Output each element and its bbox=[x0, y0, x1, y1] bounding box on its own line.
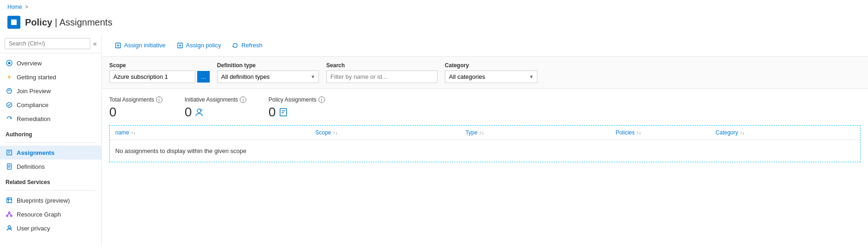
table-header: name ↑↓ Scope ↑↓ Type ↑↓ Policies ↑↓ Cat… bbox=[110, 126, 860, 140]
definition-type-select-wrap: All definition types Policy Initiative ▼ bbox=[217, 70, 319, 83]
authoring-section-label: Authoring bbox=[0, 126, 101, 140]
sidebar-item-blueprints[interactable]: Blueprints (preview) bbox=[0, 193, 101, 207]
initiative-info-icon[interactable]: i bbox=[240, 96, 246, 103]
refresh-icon bbox=[232, 42, 238, 49]
definitions-icon bbox=[6, 163, 13, 170]
policy-assignments-label: Policy Assignments i bbox=[269, 96, 325, 103]
policy-info-icon[interactable]: i bbox=[318, 96, 325, 103]
breadcrumb-home[interactable]: Home bbox=[7, 4, 22, 10]
sidebar-item-label: Join Preview bbox=[17, 88, 51, 95]
authoring-divider bbox=[6, 142, 96, 143]
th-policies[interactable]: Policies ↑↓ bbox=[610, 126, 710, 140]
svg-line-18 bbox=[7, 213, 9, 215]
page-icon bbox=[7, 16, 20, 29]
scope-input-wrap: ... bbox=[109, 70, 210, 83]
sidebar-item-definitions[interactable]: Definitions bbox=[0, 160, 101, 173]
filter-bar: Scope ... Definition type All definition… bbox=[102, 57, 868, 89]
sidebar-item-remediation[interactable]: Remediation bbox=[0, 112, 101, 126]
sidebar-item-label: Blueprints (preview) bbox=[17, 197, 70, 204]
total-assignments-stat: Total Assignments i 0 bbox=[109, 96, 162, 120]
th-scope[interactable]: Scope ↑↓ bbox=[310, 126, 460, 140]
scope-label: Scope bbox=[109, 62, 210, 69]
scope-picker-button[interactable]: ... bbox=[197, 71, 210, 83]
sort-type-icon: ↑↓ bbox=[479, 130, 484, 135]
breadcrumb-separator: > bbox=[25, 4, 28, 10]
svg-point-2 bbox=[8, 62, 10, 64]
initiative-assignments-stat: Initiative Assignments i 0 bbox=[185, 96, 246, 120]
assign-initiative-button[interactable]: Assign initiative bbox=[109, 39, 171, 51]
sidebar-item-label: Assignments bbox=[17, 149, 55, 156]
svg-point-4 bbox=[7, 89, 12, 94]
search-input[interactable] bbox=[5, 38, 90, 49]
sidebar-item-label: Getting started bbox=[17, 74, 56, 81]
sidebar-item-label: Resource Graph bbox=[17, 211, 61, 218]
definition-type-label: Definition type bbox=[217, 62, 319, 69]
category-select[interactable]: All categories Compute Network Storage S… bbox=[445, 70, 537, 83]
preview-icon bbox=[6, 87, 13, 95]
lightning-icon bbox=[6, 73, 13, 81]
sidebar-item-compliance[interactable]: Compliance bbox=[0, 98, 101, 112]
search-filter-input[interactable] bbox=[326, 70, 437, 83]
definition-type-filter-group: Definition type All definition types Pol… bbox=[217, 62, 319, 83]
remediation-icon bbox=[6, 115, 13, 122]
svg-rect-0 bbox=[11, 19, 17, 25]
total-assignments-label: Total Assignments i bbox=[109, 96, 162, 103]
sidebar: « Overview Getting started Join Prev bbox=[0, 34, 102, 246]
definition-type-select[interactable]: All definition types Policy Initiative bbox=[217, 70, 319, 83]
sidebar-item-label: Remediation bbox=[17, 115, 50, 122]
related-divider bbox=[6, 190, 96, 191]
sidebar-item-label: Compliance bbox=[17, 102, 49, 109]
svg-rect-12 bbox=[7, 198, 12, 203]
refresh-button[interactable]: Refresh bbox=[226, 39, 268, 51]
sidebar-item-user-privacy[interactable]: User privacy bbox=[0, 221, 101, 235]
initiative-stat-icon bbox=[194, 108, 204, 117]
sort-name-icon: ↑↓ bbox=[131, 130, 136, 135]
svg-point-28 bbox=[200, 109, 203, 111]
initiative-assignments-value: 0 bbox=[185, 105, 246, 120]
sidebar-search-bar: « bbox=[0, 34, 101, 53]
sidebar-item-label: User privacy bbox=[17, 225, 50, 232]
sidebar-item-resource-graph[interactable]: Resource Graph bbox=[0, 207, 101, 221]
breadcrumb: Home > bbox=[0, 0, 868, 14]
svg-point-17 bbox=[11, 215, 12, 217]
category-label: Category bbox=[445, 62, 537, 69]
assign-policy-button[interactable]: Assign policy bbox=[171, 39, 227, 51]
sort-scope-icon: ↑↓ bbox=[333, 130, 337, 135]
assignments-icon bbox=[6, 149, 13, 156]
scope-filter-group: Scope ... bbox=[109, 62, 210, 83]
stats-bar: Total Assignments i 0 Initiative Assignm… bbox=[102, 89, 868, 125]
assignments-table: name ↑↓ Scope ↑↓ Type ↑↓ Policies ↑↓ Cat… bbox=[109, 125, 861, 162]
related-section-label: Related Services bbox=[0, 173, 101, 187]
sidebar-item-assignments[interactable]: Assignments bbox=[0, 146, 101, 160]
compliance-icon bbox=[6, 101, 13, 109]
sidebar-item-getting-started[interactable]: Getting started bbox=[0, 70, 101, 84]
svg-rect-29 bbox=[280, 109, 287, 116]
th-name[interactable]: name ↑↓ bbox=[110, 126, 310, 140]
user-privacy-icon bbox=[6, 224, 13, 232]
total-info-icon[interactable]: i bbox=[156, 96, 162, 103]
policy-assignments-stat: Policy Assignments i 0 bbox=[269, 96, 325, 120]
overview-icon bbox=[6, 59, 13, 67]
svg-point-15 bbox=[8, 212, 10, 214]
sidebar-collapse-button[interactable]: « bbox=[93, 40, 97, 47]
app-layout: « Overview Getting started Join Prev bbox=[0, 34, 868, 246]
blueprints-icon bbox=[6, 197, 13, 204]
th-type[interactable]: Type ↑↓ bbox=[460, 126, 610, 140]
resource-graph-icon bbox=[6, 211, 13, 218]
sidebar-nav: Overview Getting started Join Preview Co… bbox=[0, 53, 101, 246]
search-filter-group: Search bbox=[326, 62, 437, 83]
svg-rect-5 bbox=[7, 150, 12, 155]
scope-input[interactable] bbox=[109, 70, 195, 83]
sort-policies-icon: ↑↓ bbox=[637, 130, 641, 135]
total-assignments-value: 0 bbox=[109, 105, 162, 120]
assign-initiative-icon bbox=[115, 42, 121, 49]
sidebar-item-join-preview[interactable]: Join Preview bbox=[0, 84, 101, 98]
page-title: Policy | Assignments bbox=[25, 17, 112, 28]
sidebar-item-label: Overview bbox=[17, 60, 42, 67]
th-category[interactable]: Category ↑↓ bbox=[710, 126, 860, 140]
svg-point-16 bbox=[6, 215, 8, 217]
sidebar-item-overview[interactable]: Overview bbox=[0, 56, 101, 70]
page-title-bar: Policy | Assignments bbox=[0, 14, 868, 34]
policy-assignments-value: 0 bbox=[269, 105, 325, 120]
category-select-wrap: All categories Compute Network Storage S… bbox=[445, 70, 537, 83]
